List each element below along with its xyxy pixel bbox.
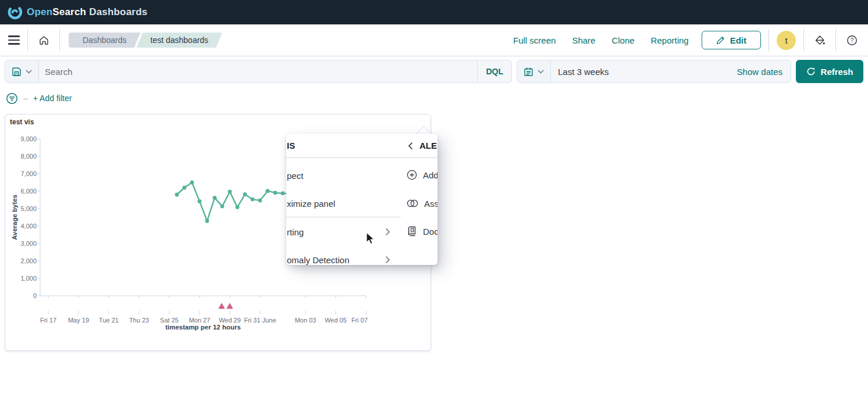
appearance-paint-icon[interactable]: [812, 32, 828, 48]
search-input-group: Search DQL: [5, 60, 512, 83]
filter-dash: –: [23, 94, 28, 103]
submenu-item-associated-monitors[interactable]: Ass: [407, 196, 437, 210]
user-avatar[interactable]: t: [777, 31, 796, 50]
menu-hamburger-icon[interactable]: [8, 33, 20, 47]
time-range-value[interactable]: Last 3 weeks: [551, 60, 737, 83]
svg-text:6,000: 6,000: [20, 188, 37, 195]
svg-text:1,000: 1,000: [20, 275, 37, 282]
breadcrumb-current-dashboard: test dashboards: [137, 33, 223, 48]
breadcrumb-dashboards[interactable]: Dashboards: [69, 33, 141, 48]
calendar-button[interactable]: [517, 60, 551, 83]
documentation-book-icon: i: [407, 226, 417, 236]
svg-text:Fri 07: Fri 07: [351, 317, 368, 324]
svg-text:Mon 03: Mon 03: [295, 317, 316, 324]
svg-text:timestamp per 12 hours: timestamp per 12 hours: [165, 324, 241, 331]
submenu-item-add-alerting[interactable]: Add: [407, 168, 437, 182]
help-icon[interactable]: ?: [844, 32, 860, 48]
divider: [27, 29, 28, 51]
plus-circle-icon: [407, 170, 417, 180]
clone-link[interactable]: Clone: [611, 35, 634, 45]
divider: [835, 29, 836, 51]
navigation-bar: Dashboards test dashboards Full screen S…: [0, 24, 868, 56]
divider: [286, 217, 401, 217]
menu-item-reporting[interactable]: rting: [287, 225, 304, 239]
associated-monitors-icon: [407, 199, 418, 207]
chevron-down-icon: [538, 70, 544, 74]
filter-icon[interactable]: [6, 92, 18, 105]
submenu-header-alerting[interactable]: ALE: [408, 134, 437, 157]
svg-text:Sat 25: Sat 25: [160, 317, 179, 324]
search-input[interactable]: Search: [39, 60, 477, 83]
filter-bar: – + Add filter: [0, 85, 868, 106]
home-icon[interactable]: [35, 32, 52, 48]
menu-item-maximize-panel[interactable]: ximize panel: [287, 196, 335, 210]
menu-item-anomaly-detection[interactable]: omaly Detection: [287, 253, 350, 265]
refresh-button[interactable]: Refresh: [796, 60, 863, 83]
chevron-right-icon: [385, 256, 390, 264]
mouse-cursor: [365, 232, 376, 246]
app-title: OpenSearchDashboards: [27, 6, 147, 18]
saved-query-button[interactable]: [5, 60, 39, 83]
save-icon: [12, 67, 22, 77]
svg-text:Wed 29: Wed 29: [219, 317, 241, 324]
svg-text:9,000: 9,000: [20, 135, 37, 142]
svg-text:Average bytes: Average bytes: [11, 195, 18, 240]
svg-text:Mon 27: Mon 27: [189, 317, 211, 324]
show-dates-button[interactable]: Show dates: [737, 60, 791, 83]
opensearch-logo-icon: [7, 5, 22, 20]
chevron-left-icon: [408, 142, 413, 150]
menu-item-inspect[interactable]: pect: [287, 169, 303, 182]
chevron-down-icon: [26, 70, 32, 74]
opensearch-logo[interactable]: OpenSearchDashboards: [7, 5, 147, 20]
divider: [286, 157, 437, 158]
svg-text:Wed 05: Wed 05: [325, 317, 347, 324]
svg-text:Tue 21: Tue 21: [99, 317, 119, 324]
add-filter-link[interactable]: + Add filter: [33, 94, 72, 103]
pencil-icon: [716, 36, 725, 45]
share-link[interactable]: Share: [572, 35, 595, 45]
submenu-item-documentation[interactable]: i Doc: [407, 224, 437, 238]
full-screen-link[interactable]: Full screen: [513, 35, 556, 45]
svg-text:Thu 23: Thu 23: [129, 317, 149, 324]
svg-text:4,000: 4,000: [20, 223, 37, 230]
query-language-button[interactable]: DQL: [477, 60, 511, 83]
svg-text:7,000: 7,000: [20, 170, 37, 177]
svg-text:5,000: 5,000: [20, 205, 37, 212]
svg-text:i: i: [412, 228, 412, 232]
svg-text:2,000: 2,000: [20, 257, 37, 264]
divider: [769, 29, 769, 51]
app-header: OpenSearchDashboards: [0, 0, 868, 24]
calendar-icon: [524, 67, 533, 77]
breadcrumb: Dashboards test dashboards: [69, 33, 222, 48]
edit-button[interactable]: Edit: [702, 31, 761, 49]
svg-text:8,000: 8,000: [20, 153, 37, 160]
chevron-right-icon: [385, 228, 390, 236]
svg-text:Fri 17: Fri 17: [40, 317, 56, 324]
context-menu-header: IS: [287, 134, 295, 157]
divider: [59, 29, 60, 51]
panel-context-menu: IS ALE pect ximize panel rting omaly Det…: [286, 134, 437, 265]
reporting-link[interactable]: Reporting: [651, 35, 689, 45]
query-bar: Search DQL Last 3 weeks Show dates Refre…: [0, 56, 868, 85]
svg-text:Fri 31 June: Fri 31 June: [244, 317, 276, 324]
svg-text:3,000: 3,000: [20, 240, 37, 247]
date-picker-group: Last 3 weeks Show dates: [517, 60, 791, 83]
refresh-icon: [806, 67, 816, 76]
svg-text:May 19: May 19: [68, 317, 89, 324]
divider: [803, 29, 804, 51]
svg-text:0: 0: [33, 292, 37, 299]
svg-text:?: ?: [850, 37, 853, 44]
